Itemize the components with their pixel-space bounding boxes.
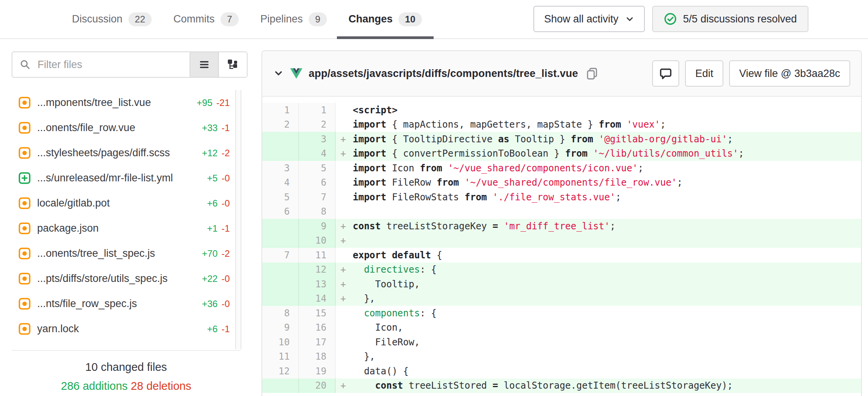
tab-discussion[interactable]: Discussion22 bbox=[72, 0, 152, 38]
new-line-number[interactable]: 6 bbox=[299, 176, 336, 190]
line-sign: + bbox=[336, 219, 353, 234]
file-additions: +95 bbox=[197, 97, 213, 108]
old-line-number[interactable]: 9 bbox=[262, 321, 299, 335]
file-row[interactable]: ...pts/diffs/store/utils_spec.js+22-0 bbox=[12, 266, 248, 291]
file-row[interactable]: ...s/unreleased/mr-file-list.yml+5-0 bbox=[12, 166, 248, 191]
collapse-file-button[interactable] bbox=[270, 65, 287, 82]
new-line-number[interactable]: 5 bbox=[299, 161, 336, 176]
code-token: }, bbox=[353, 293, 375, 304]
old-line-number[interactable]: 6 bbox=[262, 205, 299, 219]
discussions-resolved-button[interactable]: 5/5 discussions resolved bbox=[652, 6, 808, 32]
edit-file-button[interactable]: Edit bbox=[685, 60, 723, 87]
new-line-number[interactable]: 11 bbox=[299, 248, 336, 263]
mr-tabs: Discussion22Commits7Pipelines9Changes10 bbox=[72, 0, 422, 38]
new-line-number[interactable]: 14 bbox=[299, 292, 336, 306]
code-token: from bbox=[571, 134, 593, 145]
tab-changes[interactable]: Changes10 bbox=[349, 0, 422, 38]
list-view-button[interactable] bbox=[190, 52, 218, 77]
old-line-number[interactable] bbox=[262, 234, 299, 248]
tab-commits[interactable]: Commits7 bbox=[173, 0, 239, 38]
file-list-scrollbar[interactable] bbox=[235, 90, 241, 349]
new-line-number[interactable]: 1 bbox=[299, 103, 336, 118]
file-additions: +5 bbox=[207, 173, 217, 184]
old-line-number[interactable] bbox=[262, 263, 299, 277]
file-row[interactable]: ...onents/file_row.vue+33-1 bbox=[12, 115, 248, 140]
file-row[interactable]: package.json+1-1 bbox=[12, 216, 248, 241]
old-line-number[interactable] bbox=[262, 379, 299, 393]
new-line-number[interactable]: 18 bbox=[299, 350, 336, 364]
file-row[interactable]: locale/gitlab.pot+6-0 bbox=[12, 191, 248, 216]
old-line-number[interactable]: 4 bbox=[262, 176, 299, 190]
code-token: ; bbox=[638, 163, 643, 174]
diff-line: 1219 data() { bbox=[262, 364, 861, 379]
line-code: import { mapActions, mapGetters, mapStat… bbox=[353, 118, 861, 132]
new-line-number[interactable]: 3 bbox=[299, 132, 336, 147]
old-line-number[interactable] bbox=[262, 292, 299, 306]
toggle-comments-button[interactable] bbox=[652, 60, 679, 87]
old-line-number[interactable]: 3 bbox=[262, 161, 299, 176]
file-additions: +36 bbox=[202, 299, 218, 309]
new-line-number[interactable]: 7 bbox=[299, 190, 336, 205]
copy-path-icon[interactable] bbox=[586, 67, 599, 80]
new-line-number[interactable]: 13 bbox=[299, 277, 336, 292]
diff-line: 916 Icon, bbox=[262, 321, 861, 335]
tab-label: Commits bbox=[173, 13, 215, 25]
code-token: as bbox=[498, 134, 509, 145]
new-line-number[interactable]: 9 bbox=[299, 219, 336, 234]
line-sign bbox=[336, 248, 353, 263]
tab-label: Pipelines bbox=[260, 13, 303, 25]
file-row[interactable]: ...nts/file_row_spec.js+36-0 bbox=[12, 291, 248, 316]
file-row[interactable]: ...stylesheets/pages/diff.scss+12-2 bbox=[12, 140, 248, 166]
new-line-number[interactable]: 20 bbox=[299, 379, 336, 393]
file-row[interactable]: ...mponents/tree_list.vue+95-21 bbox=[12, 90, 248, 115]
file-row[interactable]: yarn.lock+6-1 bbox=[12, 316, 248, 341]
file-name: ...nts/file_row_spec.js bbox=[37, 298, 195, 310]
new-line-number[interactable]: 10 bbox=[299, 234, 336, 248]
deletions-count: 28 deletions bbox=[131, 380, 191, 392]
code-token: Icon bbox=[386, 163, 420, 174]
tab-count-badge: 7 bbox=[220, 12, 239, 26]
show-all-activity-dropdown[interactable]: Show all activity bbox=[533, 6, 645, 32]
old-line-number[interactable]: 8 bbox=[262, 306, 299, 321]
new-line-number[interactable]: 4 bbox=[299, 147, 336, 161]
new-line-number[interactable]: 12 bbox=[299, 263, 336, 277]
new-line-number[interactable]: 16 bbox=[299, 321, 336, 335]
code-token: ; bbox=[615, 192, 621, 203]
old-line-number[interactable]: 11 bbox=[262, 350, 299, 364]
old-line-number[interactable] bbox=[262, 132, 299, 147]
new-line-number[interactable]: 2 bbox=[299, 118, 336, 132]
code-token: import bbox=[353, 192, 386, 203]
new-line-number[interactable]: 15 bbox=[299, 306, 336, 321]
old-line-number[interactable]: 10 bbox=[262, 335, 299, 350]
old-line-number[interactable]: 2 bbox=[262, 118, 299, 132]
new-line-number[interactable]: 17 bbox=[299, 335, 336, 350]
view-file-button[interactable]: View file @ 3b3aa28c bbox=[729, 60, 850, 87]
code-token: const bbox=[353, 221, 381, 232]
code-token: '~/lib/utils/common_utils' bbox=[593, 148, 738, 159]
old-line-number[interactable] bbox=[262, 147, 299, 161]
file-row[interactable]: ...onents/tree_list_spec.js+70-2 bbox=[12, 241, 248, 266]
filter-files-input[interactable] bbox=[37, 58, 190, 71]
old-line-number[interactable] bbox=[262, 277, 299, 292]
new-line-number[interactable]: 8 bbox=[299, 205, 336, 219]
chevron-down-icon bbox=[625, 15, 634, 23]
tree-view-button[interactable] bbox=[218, 52, 247, 77]
old-line-number[interactable]: 5 bbox=[262, 190, 299, 205]
file-name: ...s/unreleased/mr-file-list.yml bbox=[37, 172, 200, 184]
tab-pipelines[interactable]: Pipelines9 bbox=[260, 0, 327, 38]
file-modified-icon bbox=[19, 273, 31, 285]
code-token: from bbox=[465, 192, 487, 203]
old-line-number[interactable]: 7 bbox=[262, 248, 299, 263]
file-stats: +70-2 bbox=[202, 248, 230, 259]
old-line-number[interactable]: 12 bbox=[262, 364, 299, 379]
new-line-number[interactable]: 19 bbox=[299, 364, 336, 379]
file-stats: +6-1 bbox=[207, 324, 230, 335]
line-sign: + bbox=[336, 147, 353, 161]
code-token: { bbox=[431, 250, 442, 261]
old-line-number[interactable]: 1 bbox=[262, 103, 299, 118]
file-stats: +6-0 bbox=[207, 198, 230, 209]
diff-file-header: app/assets/javascripts/diffs/components/… bbox=[262, 51, 861, 97]
diff-line: 9+const treeListStorageKey = 'mr_diff_tr… bbox=[262, 219, 861, 234]
code-token: from bbox=[437, 177, 459, 188]
old-line-number[interactable] bbox=[262, 219, 299, 234]
